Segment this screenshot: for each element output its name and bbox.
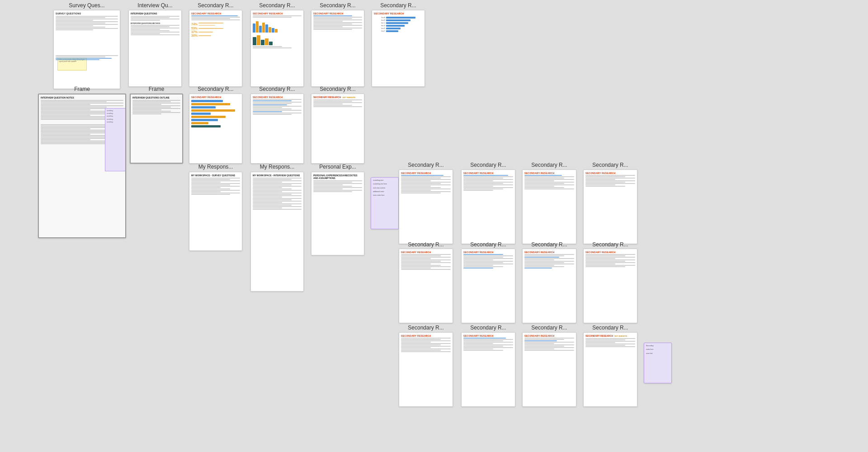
secondary-r7-card[interactable]: SECONDARY RESEARCH KEY INSIGHTS [311, 94, 364, 164]
secondary-r1-label: Secondary R... [189, 2, 242, 9]
secondary-r11-label: Secondary R... [583, 162, 637, 168]
secondary-r6-label: Secondary R... [250, 86, 304, 92]
secondary-r13-label: Secondary R... [461, 241, 515, 248]
secondary-r19-card[interactable]: SECONDARY RESEARCH KEY INSIGHTS [583, 332, 637, 407]
secondary-r4-card[interactable]: SECONDARY RESEARCH Item A Item B Item C … [372, 10, 425, 87]
secondary-r18-label: Secondary R... [522, 325, 576, 331]
secondary-r7-label: Secondary R... [311, 86, 364, 92]
secondary-r15-card[interactable]: SECONDARY RESEARCH [583, 249, 637, 323]
secondary-r9-label: Secondary R... [461, 162, 515, 168]
secondary-r17-card[interactable]: SECONDARY RESEARCH [461, 332, 515, 407]
secondary-r12-card[interactable]: SECONDARY RESEARCH [399, 249, 453, 323]
secondary-r18-card[interactable]: SECONDARY RESEARCH [522, 332, 576, 407]
secondary-r5-card[interactable]: SECONDARY RESEARCH [189, 94, 242, 164]
secondary-r16-label: Secondary R... [399, 325, 453, 331]
frame2-label: Frame [130, 86, 183, 92]
interview-qu-card[interactable]: INTERVIEW QUESTIONS INTERVIEW QUESTIONS … [128, 10, 182, 87]
secondary-r11-card[interactable]: SECONDARY RESEARCH [583, 170, 637, 244]
secondary-r8-label: Secondary R... [399, 162, 453, 168]
secondary-r16-card[interactable]: SECONDARY RESEARCH [399, 332, 453, 407]
secondary-r14-card[interactable]: SECONDARY RESEARCH [522, 249, 576, 323]
secondary-r3-label: Secondary R... [311, 2, 364, 9]
my-respons1-card[interactable]: MY WORKSPACE - SURVEY QUESTIONS [189, 172, 242, 251]
secondary-r1-card[interactable]: SECONDARY RESEARCH 74% 53% [189, 10, 242, 87]
secondary-r10-card[interactable]: SECONDARY RESEARCH [522, 170, 576, 244]
sticky-purple1[interactable]: something text something text here more … [371, 177, 399, 229]
secondary-r19-label: Secondary R... [583, 325, 637, 331]
secondary-r15-label: Secondary R... [583, 241, 637, 248]
personal-exp-label: Personal Exp... [311, 164, 364, 170]
my-respons2-card[interactable]: MY WORKSPACE - INTERVIEW QUESTIONS [250, 172, 304, 292]
frame1-card[interactable]: INTERVIEW QUESTION NOTES something somet… [38, 94, 126, 238]
interview-qu-label: Interview Qu... [128, 2, 182, 9]
secondary-r12-label: Secondary R... [399, 241, 453, 248]
secondary-r2-card[interactable]: SECONDARY RESEARCH [250, 10, 304, 87]
secondary-r5-label: Secondary R... [189, 86, 242, 92]
survey-ques-card[interactable]: SURVEY QUESTIONS In the survey practice … [53, 10, 120, 89]
secondary-r4-label: Secondary R... [372, 2, 425, 9]
secondary-r2-label: Secondary R... [250, 2, 304, 9]
canvas: Survey Ques... SURVEY QUESTIONS In the s… [0, 0, 868, 452]
sticky-purple2[interactable]: Secondary notes here more text [644, 343, 672, 383]
secondary-r14-label: Secondary R... [522, 241, 576, 248]
secondary-r6-card[interactable]: SECONDARY RESEARCH [250, 94, 304, 164]
my-respons1-label: My Respons... [189, 164, 242, 170]
secondary-r8-card[interactable]: SECONDARY RESEARCH [399, 170, 453, 244]
personal-exp-card[interactable]: PERSONAL EXPERIENCES/ANECDOTES AND ASSUM… [311, 172, 364, 255]
frame2-card[interactable]: INTERVIEW QUESTIONS OUTLINE [130, 94, 183, 164]
secondary-r3-card[interactable]: SECONDARY RESEARCH [311, 10, 364, 87]
secondary-r9-card[interactable]: SECONDARY RESEARCH [461, 170, 515, 244]
my-respons2-label: My Respons... [250, 164, 304, 170]
secondary-r13-card[interactable]: SECONDARY RESEARCH [461, 249, 515, 323]
survey-ques-label: Survey Ques... [53, 2, 120, 9]
secondary-r17-label: Secondary R... [461, 325, 515, 331]
frame1-label: Frame [38, 86, 126, 92]
secondary-r10-label: Secondary R... [522, 162, 576, 168]
